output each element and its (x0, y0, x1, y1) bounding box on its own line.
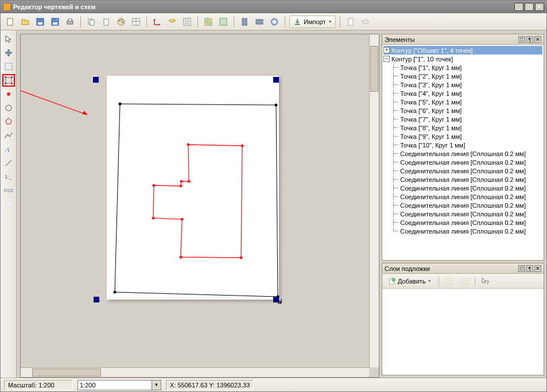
expand-icon[interactable]: + (383, 47, 390, 53)
vertical-scrollbar[interactable] (369, 34, 379, 367)
transform-tool-icon[interactable] (2, 74, 15, 87)
doc2-icon[interactable] (359, 15, 372, 28)
svg-text:A: A (5, 145, 10, 154)
layers-panel-title: Слои подложки (385, 265, 517, 272)
svg-rect-2 (38, 22, 42, 25)
svg-point-57 (180, 256, 183, 259)
grid2-icon[interactable] (217, 15, 230, 28)
svg-point-43 (6, 105, 11, 111)
tree-item[interactable]: ├┈Соединительная линия [Сплошная 0.2 мм] (383, 158, 542, 166)
add-layer-button[interactable]: + Добавить ▼ (385, 276, 435, 286)
gear-icon[interactable] (268, 15, 281, 28)
tree-item[interactable]: ├┈Соединительная линия [Сплошная 0.2 мм] (383, 184, 542, 192)
tree-item[interactable]: ├┈Точка ["9", Круг 1 мм] (383, 132, 542, 141)
minimize-button[interactable]: _ (514, 3, 523, 11)
open-icon[interactable] (19, 15, 32, 28)
pointer-tool-icon[interactable] (2, 33, 15, 45)
layout-icon[interactable] (130, 15, 142, 28)
tree-item[interactable]: ├┈Точка ["7", Круг 1 мм] (383, 115, 542, 123)
svg-point-11 (118, 18, 125, 25)
palette-icon[interactable] (115, 15, 127, 28)
selection-handle[interactable] (94, 297, 99, 302)
align2-icon[interactable] (253, 15, 266, 28)
selection-handle[interactable] (273, 297, 279, 302)
svg-rect-23 (209, 18, 212, 21)
layer-icon[interactable] (166, 15, 179, 28)
tree-item[interactable]: ├┈Соединительная линия [Сплошная 0.2 мм] (383, 201, 542, 209)
tree-item[interactable]: ├┈Точка ["10", Круг 1 мм] (383, 141, 542, 149)
chevron-down-icon: ▼ (328, 20, 332, 24)
layer-help-icon[interactable]: ? (479, 275, 491, 288)
tree-item[interactable]: ├┈Точка ["8", Круг 1 мм] (383, 123, 542, 132)
scale-input[interactable] (77, 380, 152, 390)
rect-select-tool-icon[interactable] (2, 60, 15, 73)
circle-tool-icon[interactable] (2, 102, 15, 114)
import-label: Импорт (304, 18, 325, 25)
svg-point-53 (114, 291, 117, 294)
polygon-tool-icon[interactable] (2, 115, 15, 128)
copy-icon[interactable] (85, 15, 98, 28)
tree-item[interactable]: ├┈Соединительная линия [Сплошная 0.2 мм] (383, 149, 542, 158)
tree-item-contour-2[interactable]: – Контур ["1", 10 точек] (383, 55, 542, 63)
panel-float-button[interactable]: □ (518, 265, 525, 272)
svg-point-61 (180, 185, 183, 188)
svg-rect-10 (104, 19, 108, 25)
svg-point-12 (119, 20, 121, 21)
svg-point-47 (5, 201, 12, 208)
horizontal-scrollbar[interactable] (21, 367, 369, 377)
tree-item[interactable]: ├┈Точка ["4", Круг 1 мм] (383, 89, 542, 98)
tree-item[interactable]: ├┈Соединительная линия [Сплошная 0.2 мм] (383, 218, 542, 227)
close-button[interactable]: ✕ (535, 3, 544, 11)
canvas-area (17, 30, 379, 378)
polyline-tool-icon[interactable] (2, 129, 15, 142)
elements-tree[interactable]: + Контур ["Объект 1", 4 точек] – Контур … (382, 45, 544, 260)
save-icon[interactable] (34, 15, 46, 28)
canvas-viewport[interactable] (20, 34, 379, 378)
svg-rect-29 (256, 20, 263, 21)
axes-icon[interactable] (151, 15, 164, 28)
panel-close-button[interactable]: ✕ (534, 36, 541, 43)
text-tool-icon[interactable]: A (2, 143, 15, 156)
saveas-icon[interactable]: * (49, 15, 61, 28)
tree-item[interactable]: ├┈Соединительная линия [Сплошная 0.2 мм] (383, 166, 542, 175)
point-tool-icon[interactable] (2, 88, 15, 100)
ruler-tool-icon[interactable] (2, 184, 15, 197)
tree-item[interactable]: ├┈Точка ["6", Круг 1 мм] (383, 106, 542, 115)
new-icon[interactable] (4, 15, 17, 28)
svg-point-32 (273, 21, 276, 23)
doc1-icon[interactable] (344, 15, 357, 28)
panel-close-button[interactable]: ✕ (534, 265, 541, 272)
scale-combo[interactable]: ▼ (77, 380, 161, 390)
line-tool-icon[interactable] (2, 157, 15, 169)
tree-item[interactable]: ├┈Точка ["1", Круг 1 мм] (383, 63, 542, 72)
tree-item[interactable]: ├┈Точка ["2", Круг 1 мм] (383, 72, 542, 80)
panel-float-button[interactable]: □ (518, 36, 525, 43)
titlebar: Редактор чертежей и схем _ □ ✕ (1, 1, 546, 13)
maximize-button[interactable]: □ (525, 3, 534, 11)
svg-point-35 (363, 20, 368, 24)
tree-item[interactable]: ├┈Соединительная линия [Сплошная 0.2 мм] (383, 209, 542, 218)
list-icon[interactable] (181, 15, 193, 28)
scale-tool-icon[interactable]: 1:_ (2, 170, 15, 183)
tree-item[interactable]: ├┈Точка ["5", Круг 1 мм] (383, 98, 542, 106)
tree-item[interactable]: └┈Соединительная линия [Сплошная 0.2 мм] (383, 227, 542, 235)
tree-item[interactable]: ├┈Точка ["3", Круг 1 мм] (383, 80, 542, 89)
selection-handle[interactable] (273, 77, 279, 83)
align1-icon[interactable] (238, 15, 251, 28)
svg-rect-41 (11, 83, 13, 84)
svg-rect-9 (90, 20, 94, 25)
print-icon[interactable] (64, 15, 76, 28)
panel-pin-button[interactable]: ¶ (526, 265, 533, 272)
svg-rect-36 (5, 63, 12, 70)
selection-handle[interactable] (93, 77, 99, 83)
move-tool-icon[interactable] (2, 46, 15, 59)
paste-icon[interactable] (100, 15, 112, 28)
collapse-icon[interactable]: – (383, 56, 390, 62)
tree-item[interactable]: ├┈Соединительная линия [Сплошная 0.2 мм] (383, 175, 542, 184)
import-dropdown[interactable]: Импорт ▼ (289, 15, 336, 28)
chevron-down-icon[interactable]: ▼ (152, 380, 161, 390)
grid1-icon[interactable] (202, 15, 215, 28)
tree-item[interactable]: ├┈Соединительная линия [Сплошная 0.2 мм] (383, 192, 542, 201)
tree-item-contour-1[interactable]: + Контур ["Объект 1", 4 точек] (383, 46, 542, 55)
panel-pin-button[interactable]: ¶ (526, 36, 533, 43)
